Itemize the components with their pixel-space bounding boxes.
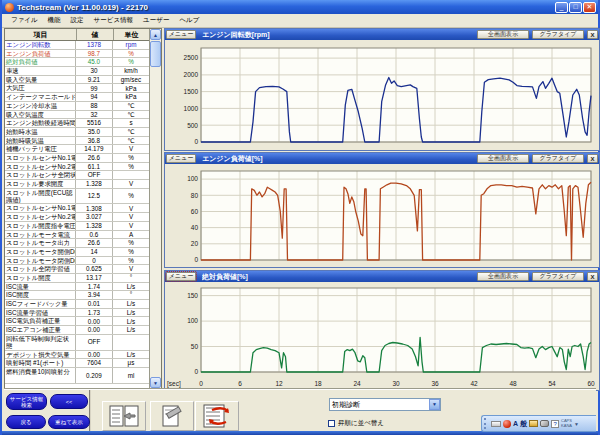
table-row[interactable]: スロットル全閉学習値0.625V [5, 265, 149, 274]
table-row[interactable]: 燃料消費量10回噴射分0.209ml [5, 368, 149, 384]
svg-text:0: 0 [199, 380, 203, 387]
menu-item[interactable]: 機能 [43, 16, 66, 25]
table-row[interactable]: スロットルモータ閉側Duty比0% [5, 257, 149, 266]
table-row[interactable]: ISC流量1.74L/s [5, 283, 149, 292]
table-row[interactable]: エンジン始動後経過時間5516s [5, 119, 149, 128]
table-row[interactable]: スロットルセンサNo.1電圧1.308V [5, 204, 149, 213]
refresh-list-button[interactable] [195, 401, 239, 431]
svg-text:1000: 1000 [184, 105, 199, 112]
keyboard-icon[interactable] [491, 421, 501, 427]
cell-value: 3.027 [76, 213, 113, 221]
chart-close-button[interactable]: X [587, 272, 598, 281]
table-row[interactable]: 大気圧99kPa [5, 84, 149, 93]
table-row[interactable]: スロットルセンサNo.1電圧比26.6% [5, 154, 149, 163]
chart-close-button[interactable]: X [587, 154, 598, 163]
ime-pad-icon[interactable] [529, 420, 538, 427]
chart-menu-button[interactable]: メニュー [166, 30, 196, 39]
svg-text:36: 36 [431, 380, 439, 387]
table-scrollbar[interactable]: ▲ ▼ [149, 29, 161, 388]
charts-area: メニュー エンジン回転数[rpm] 全画面表示 グラフタイプ X 0500100… [164, 28, 600, 390]
table-row[interactable]: スロットルモータ開側Duty比14% [5, 248, 149, 257]
menu-item[interactable]: ユーザー [138, 16, 174, 25]
chart-menu-button[interactable]: メニュー [166, 272, 196, 281]
table-row[interactable]: スロットル開度13.17° [5, 274, 149, 283]
graphtype-button[interactable]: グラフタイプ [532, 30, 584, 39]
table-row[interactable]: スロットル開度指令電圧1.328V [5, 222, 149, 231]
collapse-button[interactable]: << [50, 394, 88, 409]
data-table: 項目 値 単位 エンジン回転数1378rpmエンジン負荷値98.7%絶対負荷値4… [4, 28, 162, 389]
minimize-button[interactable]: _ [555, 2, 568, 13]
scroll-up-button[interactable]: ▲ [150, 29, 161, 40]
sort-checkbox[interactable] [328, 420, 335, 427]
overlay-display-button[interactable]: 重ねて表示 [48, 415, 90, 429]
graphtype-button[interactable]: グラフタイプ [532, 272, 584, 281]
table-row[interactable]: 回転低下時制御判定状態OFF [5, 335, 149, 351]
table-row[interactable]: ISC流量学習値1.73L/s [5, 309, 149, 318]
table-row[interactable]: スロットルセンサNo.2電圧比61.1% [5, 163, 149, 172]
menu-item[interactable]: ヘルプ [174, 16, 204, 25]
menu-item[interactable]: 設定 [66, 16, 89, 25]
table-row[interactable]: 吸入空気温度32℃ [5, 111, 149, 120]
compare-list-button[interactable] [102, 401, 146, 431]
ime-input-mode[interactable]: A [513, 420, 518, 427]
back-button[interactable]: 戻る [6, 415, 46, 429]
svg-text:60: 60 [191, 208, 199, 215]
table-body: エンジン回転数1378rpmエンジン負荷値98.7%絶対負荷値45.0%車速30… [5, 41, 149, 388]
menu-item[interactable]: サービス情報 [89, 16, 138, 25]
table-row[interactable]: スロットル開度(ECU認識値)12.5% [5, 189, 149, 205]
app-window: Techstream (Ver 11.00.019) - 22170 _ □ ✕… [0, 0, 600, 435]
table-row[interactable]: 噴射時間 #1(ポート)7604μs [5, 359, 149, 368]
table-row[interactable]: 吸入空気量9.21gm/sec [5, 76, 149, 85]
menu-item[interactable]: ファイル [6, 16, 43, 25]
scroll-thumb[interactable] [150, 41, 161, 67]
table-row[interactable]: スロットルモータ出力26.6% [5, 239, 149, 248]
maximize-button[interactable]: □ [569, 2, 582, 13]
table-row[interactable]: エンジン負荷値98.7% [5, 50, 149, 59]
service-info-search-button[interactable]: サービス情報検索 [6, 393, 47, 410]
cell-unit: ℃ [113, 128, 149, 136]
cell-value: 1.328 [76, 180, 113, 188]
table-row[interactable]: 車速30km/h [5, 67, 149, 76]
scroll-down-button[interactable]: ▼ [150, 377, 161, 388]
tools-icon[interactable] [540, 420, 549, 427]
fullscreen-button[interactable]: 全画面表示 [477, 30, 529, 39]
chart-menu-button[interactable]: メニュー [166, 154, 196, 163]
chart-plot: 05010015006121824303642485460[sec] [165, 282, 599, 390]
drag-handle[interactable] [484, 418, 489, 429]
table-row[interactable]: 絶対負荷値45.0% [5, 58, 149, 67]
annotate-button[interactable] [150, 401, 194, 431]
cell-unit: rpm [113, 41, 149, 49]
table-row[interactable]: スロットルモータ電流0.6A [5, 231, 149, 240]
ime-options-icon[interactable]: ▼ [574, 421, 579, 427]
ime-on-icon[interactable] [503, 420, 511, 428]
table-row[interactable]: ISC電気負荷補正量0.00L/s [5, 317, 149, 326]
table-row[interactable]: デポジット損失空気量0.00L/s [5, 351, 149, 360]
graphtype-button[interactable]: グラフタイプ [532, 154, 584, 163]
chart-close-button[interactable]: X [587, 30, 598, 39]
table-row[interactable]: 補機バッテリ電圧14.179V [5, 145, 149, 154]
table-row[interactable]: エンジン回転数1378rpm [5, 41, 149, 50]
table-row[interactable]: 始動時吸気温36.8℃ [5, 137, 149, 146]
table-row[interactable]: スロットルセンサ全閉状態OFF [5, 171, 149, 180]
table-row[interactable]: スロットル要求開度1.328V [5, 180, 149, 189]
table-row[interactable]: ISCフィードバック量0.01L/s [5, 300, 149, 309]
help-icon[interactable]: ? [551, 420, 559, 428]
fullscreen-button[interactable]: 全画面表示 [477, 154, 529, 163]
cell-value: 45.0 [76, 58, 113, 66]
chevron-down-icon[interactable]: ▼ [429, 399, 440, 410]
cell-unit: km/h [113, 67, 149, 75]
close-button[interactable]: ✕ [583, 2, 596, 13]
diagnosis-dropdown[interactable]: 初期診断 ▼ [329, 398, 441, 411]
fullscreen-button[interactable]: 全画面表示 [477, 272, 529, 281]
table-row[interactable]: ISCエアコン補正量0.00L/s [5, 326, 149, 335]
table-row[interactable]: スロットルセンサNo.2電圧3.027V [5, 213, 149, 222]
table-row[interactable]: インテークマニホールド圧94kPa [5, 93, 149, 102]
table-row[interactable]: 始動時水温35.0℃ [5, 128, 149, 137]
ime-language-bar[interactable]: A 般 ? CAPSKANA ▼ [481, 415, 596, 432]
cell-item: エンジン始動後経過時間 [5, 119, 76, 127]
table-row[interactable]: ISC開度3.94° [5, 291, 149, 300]
cell-value: 0.01 [76, 300, 113, 308]
ime-conversion-mode[interactable]: 般 [520, 419, 527, 429]
table-row[interactable]: エンジン冷却水温88℃ [5, 102, 149, 111]
cell-value: 88 [76, 102, 113, 110]
